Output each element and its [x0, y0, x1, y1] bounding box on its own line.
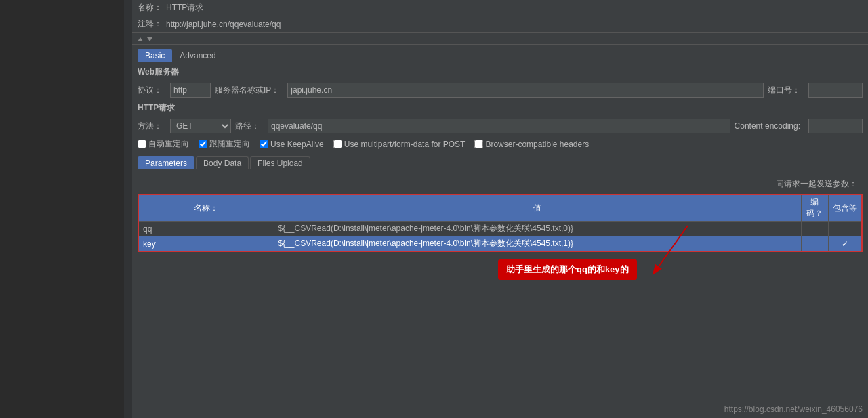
name-label: 名称： [138, 2, 162, 14]
browser-headers-input[interactable] [474, 140, 483, 148]
auto-redirect-input[interactable] [138, 140, 146, 148]
param-name-cell: key [138, 236, 274, 252]
param-include-cell[interactable]: ✓ [828, 236, 862, 252]
follow-redirect-label: 跟随重定向 [209, 138, 250, 150]
protocol-input[interactable] [170, 83, 211, 98]
multipart-input[interactable] [333, 140, 342, 148]
auto-redirect-checkbox[interactable]: 自动重定向 [138, 138, 189, 150]
server-label: 服务器名称或IP： [215, 85, 279, 96]
main-content: 名称： HTTP请求 注释： http://japi.juhe.cn/qqeva… [132, 0, 868, 418]
params-area: 同请求一起发送参数： 名称： 值 编码？ 包含等 qq${__CSVRead(D… [132, 171, 868, 256]
annotation-box: 助手里生成的那个qq的和key的 [498, 259, 637, 280]
annotation-text: 助手里生成的那个qq的和key的 [506, 264, 629, 274]
protocol-label: 协议： [138, 85, 162, 96]
tab-files-upload[interactable]: Files Upload [250, 156, 310, 169]
tab-body-data[interactable]: Body Data [196, 156, 249, 169]
scroll-down-icon[interactable] [146, 34, 154, 43]
web-server-title: Web服务器 [132, 64, 868, 81]
http-request-title: HTTP请求 [132, 100, 868, 117]
method-label: 方法： [138, 121, 162, 132]
keep-alive-label: Use KeepAlive [270, 140, 324, 149]
browser-headers-label: Browser-compatible headers [485, 140, 589, 149]
comment-label: 注释： [138, 18, 162, 30]
content-encoding-label: Content encoding: [735, 121, 800, 131]
multipart-checkbox[interactable]: Use multipart/form-data for POST [333, 140, 466, 149]
name-value: HTTP请求 [166, 2, 203, 14]
tab-basic[interactable]: Basic [138, 49, 172, 62]
left-sidebar [0, 0, 132, 418]
col-header-value: 值 [274, 194, 801, 222]
params-header-row: 同请求一起发送参数： [138, 175, 863, 194]
server-input[interactable] [287, 83, 764, 98]
param-name-cell: qq [138, 222, 274, 236]
follow-redirect-checkbox[interactable]: 跟随重定向 [199, 138, 250, 150]
param-encode-cell[interactable] [801, 222, 828, 236]
tab-parameters[interactable]: Parameters [138, 156, 194, 169]
name-row: 名称： HTTP请求 [132, 0, 868, 16]
method-select[interactable]: GET POST PUT DELETE [170, 119, 231, 133]
keep-alive-checkbox[interactable]: Use KeepAlive [260, 140, 324, 149]
table-row[interactable]: qq${__CSVRead(D:\install\jmeter\apache-j… [138, 222, 862, 236]
port-input[interactable] [808, 83, 863, 98]
params-table-header: 名称： 值 编码？ 包含等 [138, 194, 862, 222]
param-include-cell[interactable] [828, 222, 862, 236]
browser-headers-checkbox[interactable]: Browser-compatible headers [474, 140, 589, 149]
table-row[interactable]: key${__CSVRead(D:\install\jmeter\apache-… [138, 236, 862, 252]
params-table: 名称： 值 编码？ 包含等 qq${__CSVRead(D:\install\j… [138, 194, 863, 252]
send-params-label: 同请求一起发送参数： [776, 177, 857, 192]
col-header-include: 包含等 [828, 194, 862, 222]
main-tabs-row: Basic Advanced [132, 45, 868, 64]
param-value-cell: ${__CSVRead(D:\install\jmeter\apache-jme… [274, 236, 801, 252]
sidebar-stripe [124, 0, 132, 418]
method-row: 方法： GET POST PUT DELETE 路径： Content enco… [132, 117, 868, 135]
checkboxes-row: 自动重定向 跟随重定向 Use KeepAlive Use multipart/… [132, 135, 868, 152]
auto-redirect-label: 自动重定向 [148, 138, 189, 150]
col-header-name: 名称： [138, 194, 274, 222]
watermark: https://blog.csdn.net/weixin_46056076 [724, 404, 863, 414]
scroll-up-icon[interactable] [136, 34, 144, 43]
path-label: 路径： [235, 121, 260, 132]
path-input[interactable] [268, 119, 730, 133]
content-encoding-input[interactable] [808, 119, 863, 133]
tab-advanced[interactable]: Advanced [172, 49, 223, 62]
comment-row: 注释： http://japi.juhe.cn/qqevaluate/qq [132, 16, 868, 33]
port-label: 端口号： [768, 85, 800, 96]
keep-alive-input[interactable] [260, 140, 268, 148]
col-header-encode: 编码？ [801, 194, 828, 222]
param-value-cell: ${__CSVRead(D:\install\jmeter\apache-jme… [274, 222, 801, 236]
follow-redirect-input[interactable] [199, 140, 207, 148]
inner-tabs-row: Parameters Body Data Files Upload [132, 152, 868, 171]
param-encode-cell[interactable] [801, 236, 828, 252]
server-form-row: 协议： 服务器名称或IP： 端口号： [132, 81, 868, 100]
multipart-label: Use multipart/form-data for POST [344, 140, 466, 149]
comment-value: http://japi.juhe.cn/qqevaluate/qq [166, 20, 281, 29]
